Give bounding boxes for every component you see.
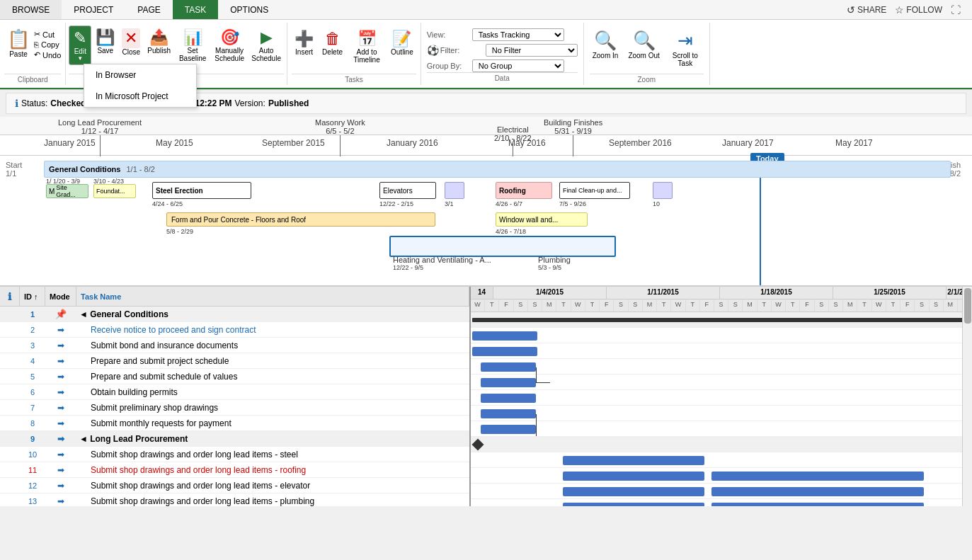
day-label-30: F [900,299,915,312]
day-label-13: T [657,299,671,312]
tab-page[interactable]: PAGE [125,0,172,19]
insert-button[interactable]: ➕ Insert [292,27,316,59]
tab-options[interactable]: OPTIONS [218,0,280,19]
day-label-32: S [930,299,944,312]
save-button[interactable]: 💾 Save [93,25,118,57]
task-row[interactable]: 5 ➡ Prepare and submit schedule of value… [0,369,469,384]
edit-icon: ✎ [74,29,86,47]
view-select[interactable]: Tasks Tracking [472,28,564,41]
publish-button[interactable]: 📤 Publish [144,25,173,57]
row-name-1: ◄ General Conditions [76,309,469,319]
month-jan-2017: January 2017 [722,138,774,148]
task-row[interactable]: 6 ➡ Obtain building permits [0,384,469,400]
row-mode-2: ➡ [45,325,76,335]
day-label-24: S [815,299,829,312]
date-jan18: 1/18/2015 [720,287,833,299]
tab-browse[interactable]: BROWSE [0,0,62,19]
vertical-scrollbar[interactable] [962,287,972,506]
follow-button[interactable]: ☆ FOLLOW [895,4,942,16]
timeline-area: January 2015 May 2015 September 2015 Jan… [0,117,972,287]
zoom-in-button[interactable]: 🔍 Zoom In [590,27,622,62]
task-row[interactable]: 1 📌 ◄ General Conditions [0,307,469,322]
plumbing-dates: 5/3 - 9/5 [538,264,561,271]
manually-schedule-button[interactable]: 🎯 Manually Schedule [212,25,247,65]
copy-button[interactable]: ⎘ Copy [34,40,61,49]
task-row[interactable]: 12 ➡ Submit shop drawings and order long… [0,478,469,493]
day-label-21: W [772,299,786,312]
task-row[interactable]: 8 ➡ Submit monthly requests for payment [0,416,469,431]
undo-button[interactable]: ↶ Undo [34,50,61,59]
save-icon: 💾 [96,28,115,47]
task-row[interactable]: 4 ➡ Prepare and submit project schedule [0,353,469,369]
day-label-5: M [542,299,556,312]
date-header: 14 1/4/2015 1/11/2015 1/18/2015 1/25/201… [471,287,972,312]
task-row[interactable]: 3 ➡ Submit bond and insurance documents [0,338,469,353]
day-label-15: T [686,299,700,312]
day-label-8: T [585,299,600,312]
row-id-9: 9 [20,435,45,443]
close-button[interactable]: ✕ Close [119,25,143,59]
close-icon: ✕ [122,28,140,48]
month-sep-2016: September 2016 [609,138,672,148]
table-header: ℹ ID ↑ Mode Task Name [0,287,469,307]
cut-button[interactable]: ✂ Cut [34,30,61,39]
task-row[interactable]: 9 ➡ ◄ Long Lead Procurement [0,431,469,447]
row-id-13: 13 [20,497,45,505]
steel-erection-bar: Steel Erection [152,182,251,199]
th-mode: Mode [45,287,76,306]
foundat-bar: Foundat... [93,184,136,198]
tab-task[interactable]: TASK [173,0,218,19]
add-to-timeline-button[interactable]: 📅 Add to Timeline [348,27,385,67]
day-label-0: W [471,299,485,312]
zoom-out-icon: 🔍 [633,30,656,52]
tab-project[interactable]: PROJECT [62,0,125,19]
row-id-11: 11 [20,466,45,474]
date-jan25: 1/25/2015 [833,287,947,299]
share-button[interactable]: ↺ SHARE [847,4,886,16]
zoom-out-button[interactable]: 🔍 Zoom Out [625,27,662,62]
row-id-1: 1 [20,310,45,319]
task-row[interactable]: 13 ➡ Submit shop drawings and order long… [0,493,469,506]
delete-button[interactable]: 🗑 Delete [319,27,345,59]
in-microsoft-project-option[interactable]: In Microsoft Project [84,86,196,107]
scroll-to-task-button[interactable]: ⇥ Scroll to Task [667,27,704,70]
scroll-icon: ⇥ [677,30,693,52]
day-label-17: S [714,299,728,312]
day-label-33: M [944,299,958,312]
undo-icon: ↶ [34,50,40,59]
outline-button[interactable]: 📝 Outline [388,27,416,59]
in-browser-option[interactable]: In Browser [84,64,196,86]
paste-button[interactable]: 📋 Paste [4,27,33,59]
timeline-icon: 📅 [358,30,377,48]
task-row[interactable]: 7 ➡ Submit preliminary shop drawings [0,400,469,416]
groupby-select[interactable]: No Group [472,59,564,72]
row-id-2: 2 [20,326,45,334]
final-cleanup-bar: Final Clean-up and... [559,182,630,199]
task-row[interactable]: 11 ➡ Submit shop drawings and order long… [0,462,469,478]
row-mode-8: ➡ [45,418,76,428]
day-label-1: T [485,299,499,312]
day-label-22: T [786,299,800,312]
th-id[interactable]: ID ↑ [20,287,45,306]
row-mode-5: ➡ [45,372,76,382]
task-row[interactable]: 2 ➡ Receive notice to proceed and sign c… [0,322,469,338]
set-baseline-button[interactable]: 📊 Set Baseline [175,25,210,65]
date-jan4: 1/4/2015 [493,287,607,299]
task-row[interactable]: 10 ➡ Submit shop drawings and order long… [0,447,469,462]
row-name-13: Submit shop drawings and order long lead… [76,496,469,506]
day-label-10: S [614,299,628,312]
day-label-31: S [915,299,929,312]
manually-schedule-icon: 🎯 [220,28,239,47]
zoom-label: Zoom [590,74,704,84]
day-label-29: T [886,299,900,312]
filter-select[interactable]: No Filter [486,44,578,57]
paste-icon: 📋 [7,28,30,50]
day-label-28: W [872,299,886,312]
gc-bar: General Conditions 1/1 - 8/2 [44,161,951,178]
tasks-label: Tasks [292,74,416,84]
day-label-16: F [700,299,714,312]
row-name-5: Prepare and submit schedule of values [76,372,469,382]
edit-button[interactable]: ✎ Edit ▼ [69,25,91,65]
auto-schedule-button[interactable]: ▶ Auto Schedule [248,25,284,65]
copy-icon: ⎘ [34,40,39,49]
